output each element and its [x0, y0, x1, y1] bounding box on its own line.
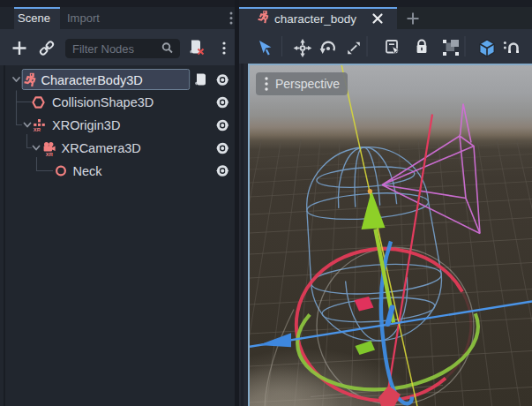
svg-text:XRCamera3D: XRCamera3D	[62, 141, 141, 155]
svg-text:XROrigin3D: XROrigin3D	[52, 118, 120, 132]
svg-text:CollisionShape3D: CollisionShape3D	[52, 95, 154, 109]
svg-text:character_body: character_body	[274, 12, 356, 26]
svg-text:Perspective: Perspective	[275, 77, 340, 91]
svg-text:XR: XR	[46, 152, 54, 157]
svg-text:CharacterBody3D: CharacterBody3D	[41, 73, 143, 87]
svg-text:Filter Nodes: Filter Nodes	[72, 42, 135, 56]
svg-text:Neck: Neck	[73, 164, 103, 178]
svg-text:XR: XR	[34, 127, 41, 132]
